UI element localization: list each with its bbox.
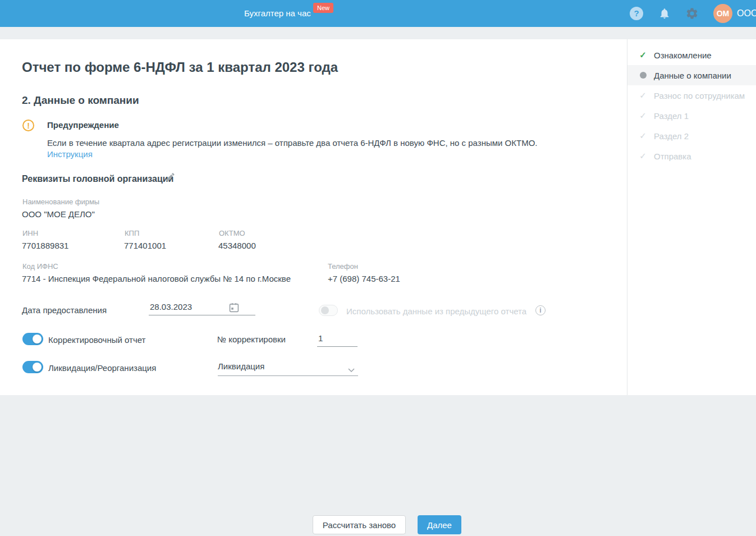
step-label: Ознакомление <box>654 51 712 60</box>
page-title: Отчет по форме 6-НДФЛ за 1 квартал 2023 … <box>22 59 338 75</box>
phone-label: Телефон <box>328 262 358 271</box>
warning-icon: ! <box>22 120 34 131</box>
step-label: Раздел 2 <box>654 131 689 141</box>
step-otpravka: ✓ Отправка <box>627 146 756 166</box>
toggle-knob <box>33 363 42 372</box>
next-button[interactable]: Далее <box>418 515 461 534</box>
toggle-knob <box>321 306 329 314</box>
warning-text: Если в течение квартала адрес регистраци… <box>47 138 538 148</box>
ifns-label: Код ИФНС <box>22 262 58 271</box>
step-raznos-po-sotrudnikam: ✓ Разнос по сотрудникам <box>627 85 756 106</box>
correction-number-label: № корректировки <box>217 335 286 344</box>
help-question-glyph: ? <box>630 7 643 20</box>
inn-label: ИНН <box>22 229 38 237</box>
step-razdel-1: ✓ Раздел 1 <box>627 106 756 126</box>
correction-toggle[interactable] <box>22 333 43 345</box>
warning-title: Предупреждение <box>47 120 119 130</box>
new-badge: New <box>313 3 333 13</box>
kpp-value: 771401001 <box>124 241 166 250</box>
ifns-value: 7714 - Инспекция Федеральной налоговой с… <box>22 274 291 283</box>
current-step-dot-icon <box>638 71 648 80</box>
oktmo-label: ОКТМО <box>219 229 245 237</box>
instruction-link[interactable]: Инструкция <box>47 149 93 159</box>
use-previous-toggle[interactable] <box>319 305 338 316</box>
chevron-down-icon <box>348 365 355 375</box>
step-label: Разнос по сотрудникам <box>654 91 745 100</box>
check-icon: ✓ <box>638 131 648 141</box>
liquidation-label: Ликвидация/Реорганизация <box>48 363 156 373</box>
gear-icon[interactable] <box>685 0 699 27</box>
liquidation-toggle[interactable] <box>22 361 43 373</box>
section-title: 2. Данные о компании <box>22 94 139 107</box>
step-label: Данные о компании <box>654 71 731 80</box>
bell-icon[interactable] <box>658 0 671 27</box>
app-title[interactable]: Бухгалтер на час <box>244 0 311 27</box>
company-name-label: Наименование фирмы <box>22 198 99 206</box>
correction-label: Корректировочный отчет <box>48 335 145 345</box>
liquidation-select[interactable]: Ликвидация <box>218 360 358 376</box>
liquidation-select-value: Ликвидация <box>218 361 264 371</box>
inn-value: 7701889831 <box>22 241 68 250</box>
company-name-value: ООО "МОЕ ДЕЛО" <box>22 209 95 219</box>
toggle-knob <box>33 335 42 343</box>
phone-value: +7 (698) 745-63-21 <box>328 274 400 283</box>
oktmo-value: 45348000 <box>218 241 256 250</box>
bell-glyph <box>658 7 671 20</box>
avatar[interactable]: ОМ <box>713 4 732 23</box>
step-label: Отправка <box>654 152 691 161</box>
step-oznakomlenie[interactable]: ✓ Ознакомление <box>627 45 756 65</box>
report-form-panel: Отчет по форме 6-НДФЛ за 1 квартал 2023 … <box>0 39 627 395</box>
org-name[interactable]: ООО <box>737 0 756 27</box>
help-icon[interactable]: ? <box>630 0 643 27</box>
check-icon: ✓ <box>638 111 648 121</box>
use-previous-label: Использовать данные из предыдущего отчет… <box>346 306 526 316</box>
step-dannye-o-kompanii[interactable]: Данные о компании <box>627 65 756 85</box>
gear-glyph <box>685 7 699 20</box>
correction-number-input[interactable] <box>317 333 358 347</box>
info-icon[interactable]: i <box>535 305 546 315</box>
top-header: Бухгалтер на час New ? ОМ ООО <box>0 0 756 27</box>
calendar-icon[interactable] <box>229 303 239 315</box>
recalculate-button[interactable]: Рассчитать заново <box>313 515 406 534</box>
check-icon: ✓ <box>638 151 648 161</box>
requisites-title: Реквизиты головной организации <box>22 174 173 184</box>
date-input[interactable] <box>149 302 255 315</box>
wizard-steps-sidebar: ✓ Ознакомление Данные о компании ✓ Разно… <box>627 39 756 395</box>
step-razdel-2: ✓ Раздел 2 <box>627 126 756 146</box>
kpp-label: КПП <box>125 229 139 237</box>
pencil-edit-icon[interactable] <box>165 172 176 185</box>
check-icon: ✓ <box>638 50 648 60</box>
step-label: Раздел 1 <box>654 111 689 121</box>
check-icon: ✓ <box>638 90 648 100</box>
date-label: Дата предоставления <box>22 305 107 315</box>
